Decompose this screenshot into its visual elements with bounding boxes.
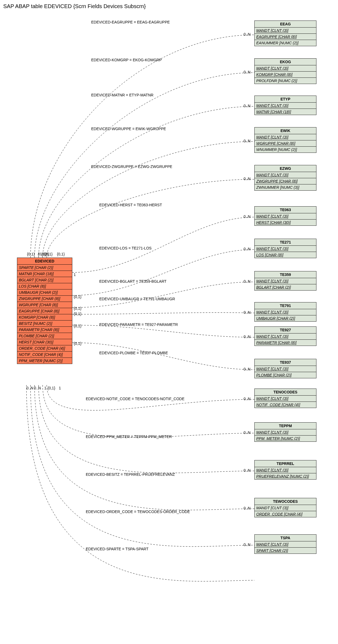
entity-target: TE937MANDT [CLNT (3)]PLOMBE [CHAR (2)] <box>254 359 316 378</box>
tgt-field: HERST [CHAR (30)] <box>255 220 316 225</box>
relation-label: EDEVICED-NOTIF_CODE = TENOCODES-NOTIF_CO… <box>86 397 185 401</box>
entity-target: TENOCODESMANDT [CLNT (3)]NOTIF_CODE [CHA… <box>254 389 316 408</box>
entity-target-header: ETYP <box>255 96 316 103</box>
card-target: 0..N <box>244 32 251 36</box>
tgt-field: PLOMBE [CHAR (2)] <box>255 372 316 378</box>
entity-target-header: TE063 <box>255 207 316 213</box>
tgt-field: EANUMMER [NUMC (2)] <box>255 40 316 46</box>
tgt-field: MANDT [CLNT (3)] <box>255 28 316 34</box>
entity-target: ETYPMANDT [CLNT (3)]MATNR [CHAR (18)] <box>254 96 316 115</box>
card-src-top: {0,1} <box>27 252 35 256</box>
tgt-field: ZWGRUPPE [CHAR (8)] <box>255 178 316 184</box>
entity-target: TEWOCODESMANDT [CLNT (3)]ORDER_CODE [CHA… <box>254 498 316 517</box>
entity-target-header: TEPPM <box>255 423 316 429</box>
card-src-right: {0,1} <box>74 324 81 328</box>
tgt-field: ORDER_CODE [CHAR (4)] <box>255 511 316 517</box>
entity-target-header: EKOG <box>255 59 316 65</box>
card-target: 0..N <box>244 430 251 435</box>
entity-target-header: TE271 <box>255 239 316 246</box>
tgt-field: MANDT [CLNT (3)] <box>255 541 316 548</box>
tgt-field: MANDT [CLNT (3)] <box>255 505 316 511</box>
src-field: ZWGRUPPE [CHAR (8)] <box>17 296 72 302</box>
relation-label: EDEVICED-HERST = TE063-HERST <box>99 203 162 207</box>
entity-target-header: TE791 <box>255 302 316 309</box>
card-src-bottom: 1 <box>59 386 61 390</box>
tgt-field: SPART [CHAR (2)] <box>255 548 316 554</box>
card-target: 0..N <box>244 279 251 284</box>
src-field: ORDER_CODE [CHAR (4)] <box>17 345 72 352</box>
relation-label: EDEVICED-LOS = TE271-LOS <box>99 246 152 250</box>
entity-target: EKOGMANDT [CLNT (3)]KOMGRP [CHAR (8)]PRO… <box>254 58 316 84</box>
tgt-field: MANDT [CLNT (3)] <box>255 429 316 436</box>
entity-target-header: EEAG <box>255 21 316 28</box>
card-src-bottom: {0,1} <box>47 386 55 390</box>
tgt-field: MANDT [CLNT (3)] <box>255 246 316 252</box>
relation-label: EDEVICED-WGRUPPE = EWIK-WGRUPPE <box>91 127 166 131</box>
src-field: BGLART [CHAR (2)] <box>17 277 72 283</box>
tgt-field: PRUEFRELEVANZ [NUMC (2)] <box>255 473 316 479</box>
src-field: PPM_METER [NUMC (2)] <box>17 358 72 364</box>
entity-target: TE791MANDT [CLNT (3)]UMBAUGR [CHAR (2)] <box>254 302 316 322</box>
tgt-field: MANDT [CLNT (3)] <box>255 333 316 340</box>
tgt-field: EAGRUPPE [CHAR (8)] <box>255 34 316 40</box>
entity-target-header: TE359 <box>255 271 316 278</box>
relation-label: EDEVICED-EAGRUPPE = EEAG-EAGRUPPE <box>91 20 170 24</box>
entity-target-header: TENOCODES <box>255 389 316 396</box>
relation-label: EDEVICED-PARAMETR = TE927-PARAMETR <box>99 322 178 327</box>
src-field: BESITZ [NUMC (2)] <box>17 321 72 327</box>
entity-target: EZWGMANDT [CLNT (3)]ZWGRUPPE [CHAR (8)]Z… <box>254 165 316 191</box>
card-target: 0..N <box>244 177 251 181</box>
relation-label: EDEVICED-PPM_METER = TEPPM-PPM_METER <box>86 434 172 439</box>
entity-target: TEPPMMANDT [CLNT (3)]PPM_METER [NUMC (2)… <box>254 422 316 442</box>
tgt-field: PARAMETR [CHAR (8)] <box>255 340 316 346</box>
tgt-field: MANDT [CLNT (3)] <box>255 103 316 109</box>
card-target: 0..N <box>244 397 251 401</box>
card-src-right: {0,1} <box>74 312 81 316</box>
card-src-right: {0,1} <box>74 306 81 311</box>
card-target: 0..N <box>244 214 251 219</box>
relation-label: EDEVICED-MATNR = ETYP-MATNR <box>91 93 153 97</box>
card-src-right: {0,1} <box>74 295 81 299</box>
tgt-field: MANDT [CLNT (3)] <box>255 65 316 72</box>
tgt-field: MANDT [CLNT (3)] <box>255 467 316 473</box>
page-title: SAP ABAP table EDEVICED {Scrn Fields Dev… <box>3 3 336 9</box>
entity-target: EWIKMANDT [CLNT (3)]WGRUPPE [CHAR (8)]WN… <box>254 127 316 153</box>
relation-label: EDEVICED-PLOMBE = TE937-PLOMBE <box>99 351 168 355</box>
src-field: WGRUPPE [CHAR (8)] <box>17 302 72 308</box>
tgt-field: NOTIF_CODE [CHAR (4)] <box>255 402 316 408</box>
card-src-bottom: 0..N <box>34 386 41 390</box>
card-src-right: {0,1} <box>74 341 81 346</box>
entity-target-header: EWIK <box>255 127 316 134</box>
src-field: MATNR [CHAR (18)] <box>17 271 72 277</box>
src-field: NOTIF_CODE [CHAR (4)] <box>17 352 72 358</box>
src-field: SPARTE [CHAR (2)] <box>17 265 72 271</box>
src-field: EAGRUPPE [CHAR (8)] <box>17 308 72 314</box>
card-target: 0..N <box>244 468 251 473</box>
card-target: 0..N <box>244 335 251 339</box>
tgt-field: MANDT [CLNT (3)] <box>255 366 316 372</box>
tgt-field: PROLFDNR [NUMC (2)] <box>255 78 316 84</box>
card-target: 0..N <box>244 247 251 251</box>
tgt-field: UMBAUGR [CHAR (2)] <box>255 315 316 321</box>
relation-label: EDEVICED-ORDER_CODE = TEWOCODES-ORDER_CO… <box>86 510 190 514</box>
entity-target-header: TE937 <box>255 359 316 366</box>
tgt-field: WNUMMER [NUMC (2)] <box>255 147 316 153</box>
card-src-bottom: 0..N <box>26 386 33 390</box>
tgt-field: KOMGRP [CHAR (8)] <box>255 72 316 78</box>
entity-target-header: TEPRREL <box>255 460 316 467</box>
card-target: 0..N <box>244 310 251 315</box>
entity-target: TE063MANDT [CLNT (3)]HERST [CHAR (30)] <box>254 206 316 226</box>
card-src-right: 1 <box>74 272 76 277</box>
src-field: LOS [CHAR (8)] <box>17 283 72 289</box>
entity-source-header: EDEVICED <box>17 258 72 265</box>
er-diagram-canvas: EDEVICED SPARTE [CHAR (2)] MATNR [CHAR (… <box>2 13 334 640</box>
tgt-field: ZWNUMMER [NUMC (3)] <box>255 184 316 190</box>
card-target: 0..N <box>244 542 251 547</box>
entity-target: TE927MANDT [CLNT (3)]PARAMETR [CHAR (8)] <box>254 326 316 346</box>
src-field: HERST [CHAR (30)] <box>17 339 72 345</box>
tgt-field: MANDT [CLNT (3)] <box>255 278 316 284</box>
relation-label: EDEVICED-SPARTE = TSPA-SPART <box>86 547 148 551</box>
card-target: 0..N <box>244 70 251 74</box>
card-src-top: {0,1} <box>45 252 53 256</box>
relation-label: EDEVICED-BGLART = TE359-BGLART <box>99 279 166 284</box>
